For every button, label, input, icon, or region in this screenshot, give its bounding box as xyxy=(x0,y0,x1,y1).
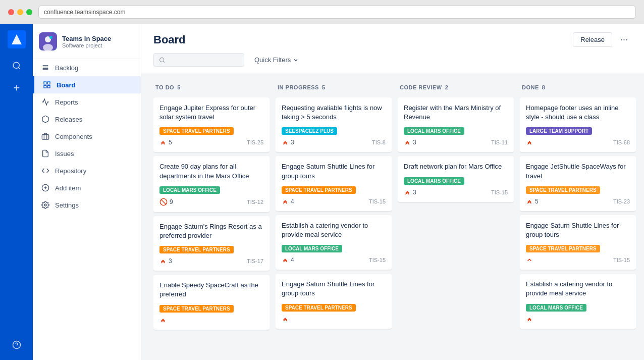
priority-count: 3 xyxy=(169,258,172,265)
priority-count: 3 xyxy=(413,139,416,146)
card-title: Engage JetShuttle SpaceWays for travel xyxy=(526,162,630,180)
maximize-button[interactable] xyxy=(26,9,32,15)
card-footer: 5 TIS-23 xyxy=(526,198,630,205)
card[interactable]: Requesting avaliable flights is now taki… xyxy=(276,97,392,152)
card[interactable]: Engage Saturn Shuttle Lines for group to… xyxy=(520,215,636,270)
card-priority: 3 xyxy=(404,139,416,146)
quick-filters-button[interactable]: Quick Filters xyxy=(250,54,303,66)
card-id: TIS-8 xyxy=(372,139,386,145)
svg-rect-9 xyxy=(44,82,46,84)
card-title: Requesting avaliable flights is now taki… xyxy=(282,104,386,122)
add-icon[interactable] xyxy=(8,79,26,97)
card[interactable]: Draft network plan for Mars Office Local… xyxy=(398,156,514,201)
card-priority: 3 xyxy=(282,139,294,146)
svg-rect-10 xyxy=(47,82,50,84)
left-nav: Teams in Space Software project Backlog … xyxy=(33,24,141,360)
priority-high-icon xyxy=(159,317,167,324)
search-input[interactable] xyxy=(168,56,239,64)
card[interactable]: Enable Speedy SpaceCraft as the preferre… xyxy=(153,275,270,329)
sidebar-item-issues[interactable]: Issues xyxy=(33,145,141,162)
header-actions: Release ··· xyxy=(573,32,632,47)
sidebar-item-components[interactable]: Components xyxy=(33,128,141,145)
sidebar-item-settings[interactable]: Settings xyxy=(33,196,141,214)
card[interactable]: Engage Saturn's Rings Resort as a prefer… xyxy=(153,216,270,271)
column-count-done: 8 xyxy=(542,84,545,90)
card[interactable]: Engage Saturn Shuttle Lines for group to… xyxy=(276,156,392,211)
sidebar-item-reports[interactable]: Reports xyxy=(33,93,141,111)
card-label: Space Travel Partners xyxy=(159,305,234,313)
app-logo[interactable] xyxy=(8,30,26,48)
page-header: Board Release ··· Quick Filters xyxy=(141,24,644,73)
column-header-done: DONE 8 xyxy=(520,81,636,93)
sidebar-item-board[interactable]: Board xyxy=(33,76,141,93)
cards-list-done: Homepage footer uses an inline style - s… xyxy=(520,97,636,352)
card-label: Local Mars Office xyxy=(526,304,586,312)
card-label: Local Mars Office xyxy=(404,177,464,185)
sidebar-item-add-item[interactable]: Add item xyxy=(33,179,141,196)
help-icon[interactable] xyxy=(8,336,26,354)
card[interactable]: Engage Saturn Shuttle Lines for group to… xyxy=(276,274,392,328)
card[interactable]: Establish a catering vendor to provide m… xyxy=(276,215,392,270)
card-footer xyxy=(159,317,263,324)
priority-count: 9 xyxy=(170,198,173,205)
column-header-todo: TO DO 5 xyxy=(153,81,270,93)
priority-count: 4 xyxy=(291,256,294,264)
app-layout: Teams in Space Software project Backlog … xyxy=(0,24,644,360)
card-footer xyxy=(526,316,630,323)
add-item-icon xyxy=(41,183,50,192)
sidebar-item-releases[interactable]: Releases xyxy=(33,111,141,128)
sidebar-item-repository[interactable]: Repository xyxy=(33,162,141,179)
priority-high-icon xyxy=(282,256,289,264)
card-id: TIS-68 xyxy=(613,139,630,145)
card-footer: 3 TIS-11 xyxy=(404,139,508,146)
toolbar: Quick Filters xyxy=(153,53,632,73)
card-id: TIS-12 xyxy=(247,199,263,205)
card-footer: 3 TIS-8 xyxy=(282,139,386,146)
card-id: TIS-23 xyxy=(613,198,630,204)
minimize-button[interactable] xyxy=(17,9,23,15)
priority-high-icon xyxy=(526,198,533,205)
page-header-top: Board Release ··· xyxy=(153,32,632,47)
priority-high-icon xyxy=(526,139,533,146)
column-title-todo: TO DO xyxy=(155,84,174,90)
repository-icon xyxy=(41,166,50,175)
search-icon[interactable] xyxy=(8,57,26,75)
nav-label-backlog: Backlog xyxy=(55,64,78,72)
card-footer: 3 TIS-17 xyxy=(159,258,263,265)
card-priority: 5 xyxy=(526,198,539,205)
card[interactable]: Engage Jupiter Express for outer solar s… xyxy=(153,97,270,152)
releases-icon xyxy=(41,115,50,124)
sidebar-item-backlog[interactable]: Backlog xyxy=(33,59,141,76)
card[interactable]: Homepage footer uses an inline style - s… xyxy=(520,97,636,152)
column-title-done: DONE xyxy=(522,84,539,90)
card-title: Create 90 day plans for all departments … xyxy=(159,162,263,180)
nav-label-add-item: Add item xyxy=(55,184,81,192)
card-label: Local Mars Office xyxy=(404,127,464,135)
nav-label-reports: Reports xyxy=(55,98,78,106)
project-type: Software project xyxy=(62,42,111,48)
traffic-lights xyxy=(8,9,32,15)
close-button[interactable] xyxy=(8,9,14,15)
search-box[interactable] xyxy=(153,53,244,67)
card-title: Establish a catering vendor to provide m… xyxy=(282,221,386,239)
card-label: SeeSpaceEZ Plus xyxy=(282,127,337,135)
nav-label-settings: Settings xyxy=(55,201,79,209)
more-options-button[interactable]: ··· xyxy=(616,32,632,47)
card[interactable]: Engage JetShuttle SpaceWays for travel S… xyxy=(520,156,636,211)
project-header: Teams in Space Software project xyxy=(33,24,141,59)
card-title: Establish a catering vendor to provide m… xyxy=(526,280,630,298)
nav-label-repository: Repository xyxy=(55,167,86,175)
card-footer: 3 TIS-15 xyxy=(404,189,508,196)
card[interactable]: Create 90 day plans for all departments … xyxy=(153,156,270,212)
card[interactable]: Establish a catering vendor to provide m… xyxy=(520,274,636,328)
card-label: Local Mars Office xyxy=(282,245,342,252)
card-footer: 4 TIS-15 xyxy=(282,198,386,205)
cards-list-codereview: Register with the Mars Ministry of Reven… xyxy=(398,97,514,352)
card[interactable]: Register with the Mars Ministry of Reven… xyxy=(398,97,514,152)
card-title: Engage Jupiter Express for outer solar s… xyxy=(159,104,263,122)
project-name: Teams in Space xyxy=(62,35,111,42)
card-priority: 3 xyxy=(404,189,416,196)
address-bar[interactable]: confluence.teamsinspace.com xyxy=(38,6,636,19)
release-button[interactable]: Release xyxy=(573,32,612,47)
chevron-down-icon xyxy=(293,57,299,63)
